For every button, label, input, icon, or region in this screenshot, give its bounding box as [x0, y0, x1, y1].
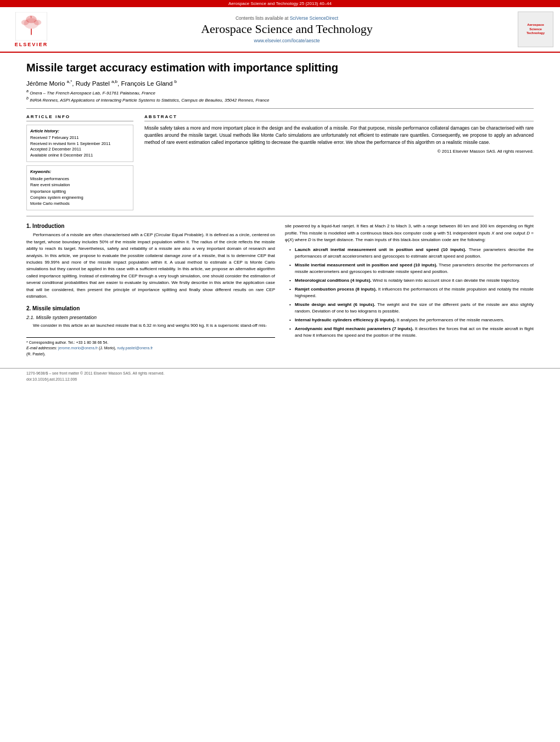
bullet-text-3: Meteorological conditions (4 inputs). Wi… — [295, 277, 534, 284]
received-date: Received 7 February 2011 — [30, 135, 130, 141]
bullet-text-6: Internal hydraulic cylinders efficiency … — [295, 317, 534, 323]
journal-title: Aerospace Science and Technology — [61, 22, 512, 36]
bullet-text-4: Ramjet combustion process (8 inputs). It… — [295, 286, 534, 299]
body-left-col: 1. Introduction Performances of a missil… — [26, 223, 275, 357]
intro-heading: 1. Introduction — [26, 223, 275, 229]
keywords-box: Keywords: Missile performances Rare even… — [26, 165, 133, 210]
sim-para1: We consider in this article an air launc… — [26, 322, 275, 329]
bullet-dot: • — [289, 247, 293, 260]
intro-para1: Performances of a missile are often char… — [26, 232, 275, 300]
sim-heading: 2. Missile simulation — [26, 305, 275, 311]
online-date: Available online 8 December 2011 — [30, 153, 130, 159]
bullet-item-5: • Missile design and weight (6 inputs). … — [289, 302, 534, 315]
bullet-dot-3: • — [289, 277, 293, 284]
bullet-list: • Launch aircraft inertial measurement u… — [289, 247, 534, 339]
bullet-item-2: • Missile inertial measurement unit in p… — [289, 262, 534, 275]
author-names: Jérôme Morio a,*, Rudy Pastel a,b, Franç… — [26, 80, 177, 87]
sciverse-anchor: SciVerse ScienceDirect — [290, 15, 338, 21]
keyword-1: Missile performances — [30, 176, 130, 182]
journal-url: www.elsevier.com/locate/aescte — [61, 38, 512, 43]
info-abstract-section: ARTICLE INFO Article history: Received 7… — [26, 114, 534, 210]
bottom-bar: 1270-9638/$ – see front matter © 2011 El… — [0, 368, 560, 384]
body-two-col: 1. Introduction Performances of a missil… — [26, 223, 534, 357]
header-center: Contents lists available at SciVerse Sci… — [61, 15, 512, 43]
affiliation-a: a Onera – The French Aerospace Lab, F-91… — [26, 89, 534, 96]
bullet-dot-4: • — [289, 286, 293, 299]
article-info-heading: ARTICLE INFO — [26, 114, 133, 121]
elsevier-tree-icon: ⚕ — [15, 12, 47, 41]
email-link-2: rudy.pastel@onera.fr — [117, 346, 153, 350]
footnote-corresponding: * Corresponding author. Tel.: +33 1 80 3… — [26, 340, 275, 346]
revised-date: Received in revised form 1 September 201… — [30, 141, 130, 147]
bullet-dot-5: • — [289, 302, 293, 315]
bullet-dot-2: • — [289, 262, 293, 275]
keyword-3: Importance splitting — [30, 188, 130, 194]
thumb-text: Aerospace Science Technology — [524, 21, 547, 38]
keywords-label: Keywords: — [30, 169, 130, 174]
authors-line: Jérôme Morio a,*, Rudy Pastel a,b, Franç… — [26, 79, 534, 87]
keyword-4: Complex system engineering — [30, 194, 130, 200]
history-label: Article history: — [30, 129, 130, 133]
bullet-text-7: Aerodynamic and flight mechanic paramete… — [295, 326, 534, 339]
header-divider — [26, 108, 534, 109]
bullet-item-1: • Launch aircraft inertial measurement u… — [289, 247, 534, 260]
elsevier-logo: ⚕ ELSEVIER — [7, 12, 56, 47]
footnote-note: (R. Pastel). — [26, 352, 275, 358]
journal-citation: Aerospace Science and Technology 25 (201… — [228, 1, 332, 6]
bullet-item-3: • Meteorological conditions (4 inputs). … — [289, 277, 534, 284]
bullet-text-5: Missile design and weight (6 inputs). Th… — [295, 302, 534, 315]
abstract-text: Missile safety takes a more and more imp… — [144, 125, 534, 146]
abstract-heading: ABSTRACT — [144, 114, 534, 121]
affiliation-b: b INRIA Rennes, ASPI Applications of Int… — [26, 96, 534, 103]
bullet-dot-7: • — [289, 326, 293, 339]
bullet-item-6: • Internal hydraulic cylinders efficienc… — [289, 317, 534, 323]
abstract-copyright: © 2011 Elsevier Masson SAS. All rights r… — [144, 149, 534, 154]
bullet-item-4: • Ramjet combustion process (8 inputs). … — [289, 286, 534, 299]
journal-header: ⚕ ELSEVIER Contents lists available at S… — [0, 7, 560, 53]
paper-content: Missile target accuracy estimation with … — [0, 53, 560, 368]
article-info-column: ARTICLE INFO Article history: Received 7… — [26, 114, 133, 210]
article-title: Missile target accuracy estimation with … — [26, 60, 534, 75]
keyword-5: Monte Carlo methods — [30, 200, 130, 207]
bullet-text-2: Missile inertial measurement unit in pos… — [295, 262, 534, 275]
bullet-text-1: Launch aircraft inertial measurement uni… — [295, 247, 534, 260]
doi-line: doi:10.1016/j.ast.2011.12.006 — [26, 377, 534, 383]
accepted-date: Accepted 2 December 2011 — [30, 147, 130, 153]
sim-sub-heading: 2.1. Missile system presentation — [26, 315, 275, 320]
footnote-area: * Corresponding author. Tel.: +33 1 80 3… — [26, 337, 275, 358]
bullet-dot-6: • — [289, 317, 293, 323]
footnote-email: E-mail addresses: jerome.morio@onera.fr … — [26, 345, 275, 352]
journal-citation-bar: Aerospace Science and Technology 25 (201… — [0, 0, 560, 7]
svg-point-6 — [26, 15, 37, 23]
elsevier-brand-text: ELSEVIER — [15, 42, 48, 47]
bullet-item-7: • Aerodynamic and flight mechanic parame… — [289, 326, 534, 339]
abstract-column: ABSTRACT Missile safety takes a more and… — [144, 114, 534, 210]
abstract-body-divider — [26, 216, 534, 216]
body-right-col: sile powered by a liquid-fuel ramjet. It… — [285, 223, 534, 357]
journal-thumbnail: Aerospace Science Technology — [518, 12, 553, 47]
article-history-box: Article history: Received 7 February 201… — [26, 125, 133, 162]
col2-para1: sile powered by a liquid-fuel ramjet. It… — [285, 223, 534, 243]
issn-line: 1270-9638/$ – see front matter © 2011 El… — [26, 371, 534, 377]
email-link-1: jerome.morio@onera.fr — [58, 346, 98, 350]
sciverse-link: Contents lists available at SciVerse Sci… — [61, 15, 512, 21]
keyword-2: Rare event simulation — [30, 182, 130, 188]
